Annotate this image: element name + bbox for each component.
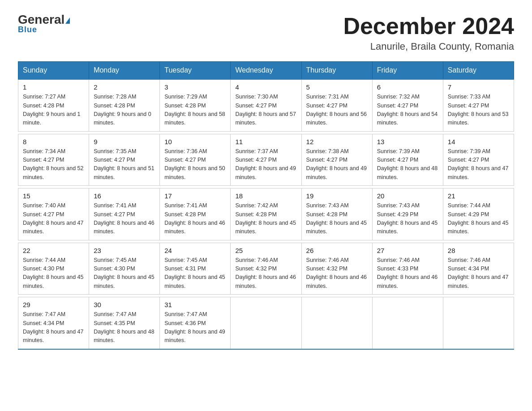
calendar-cell: 13 Sunrise: 7:39 AM Sunset: 4:27 PM Dayl… bbox=[372, 134, 443, 186]
day-number: 19 bbox=[306, 192, 368, 200]
day-number: 5 bbox=[306, 83, 368, 91]
day-info: Sunrise: 7:42 AM Sunset: 4:28 PM Dayligh… bbox=[235, 201, 296, 236]
logo-text: General bbox=[18, 13, 70, 26]
calendar-cell: 7 Sunrise: 7:33 AM Sunset: 4:27 PM Dayli… bbox=[443, 79, 514, 131]
calendar-cell bbox=[231, 297, 301, 349]
day-number: 10 bbox=[164, 138, 226, 146]
calendar-cell: 23 Sunrise: 7:45 AM Sunset: 4:30 PM Dayl… bbox=[89, 243, 160, 295]
calendar-cell: 12 Sunrise: 7:38 AM Sunset: 4:27 PM Dayl… bbox=[301, 134, 372, 186]
col-friday: Friday bbox=[372, 62, 443, 80]
calendar-cell: 27 Sunrise: 7:46 AM Sunset: 4:33 PM Dayl… bbox=[372, 243, 443, 295]
day-number: 4 bbox=[235, 83, 296, 91]
day-info: Sunrise: 7:36 AM Sunset: 4:27 PM Dayligh… bbox=[164, 147, 226, 182]
day-info: Sunrise: 7:37 AM Sunset: 4:27 PM Dayligh… bbox=[235, 147, 296, 182]
day-number: 3 bbox=[164, 83, 226, 91]
day-number: 26 bbox=[306, 247, 368, 254]
day-info: Sunrise: 7:45 AM Sunset: 4:30 PM Dayligh… bbox=[94, 256, 155, 291]
day-number: 11 bbox=[235, 138, 296, 146]
calendar-cell: 5 Sunrise: 7:31 AM Sunset: 4:27 PM Dayli… bbox=[301, 79, 372, 131]
title-area: December 2024 Lanurile, Braila County, R… bbox=[343, 13, 514, 52]
col-sunday: Sunday bbox=[18, 62, 89, 80]
week-row-3: 15 Sunrise: 7:40 AM Sunset: 4:27 PM Dayl… bbox=[18, 188, 514, 240]
day-info: Sunrise: 7:31 AM Sunset: 4:27 PM Dayligh… bbox=[306, 93, 368, 128]
day-number: 28 bbox=[448, 247, 509, 254]
day-info: Sunrise: 7:39 AM Sunset: 4:27 PM Dayligh… bbox=[377, 147, 438, 182]
day-number: 9 bbox=[94, 138, 155, 146]
col-tuesday: Tuesday bbox=[160, 62, 231, 80]
day-info: Sunrise: 7:32 AM Sunset: 4:27 PM Dayligh… bbox=[377, 93, 438, 128]
calendar-cell: 30 Sunrise: 7:47 AM Sunset: 4:35 PM Dayl… bbox=[89, 297, 160, 349]
calendar-cell: 16 Sunrise: 7:41 AM Sunset: 4:27 PM Dayl… bbox=[89, 188, 160, 240]
day-number: 27 bbox=[377, 247, 438, 254]
calendar-cell: 9 Sunrise: 7:35 AM Sunset: 4:27 PM Dayli… bbox=[89, 134, 160, 186]
calendar-cell: 6 Sunrise: 7:32 AM Sunset: 4:27 PM Dayli… bbox=[372, 79, 443, 131]
day-info: Sunrise: 7:40 AM Sunset: 4:27 PM Dayligh… bbox=[23, 201, 84, 236]
day-info: Sunrise: 7:46 AM Sunset: 4:33 PM Dayligh… bbox=[377, 256, 438, 291]
logo: General Blue bbox=[18, 13, 70, 34]
calendar-cell: 25 Sunrise: 7:46 AM Sunset: 4:32 PM Dayl… bbox=[231, 243, 301, 295]
week-row-4: 22 Sunrise: 7:44 AM Sunset: 4:30 PM Dayl… bbox=[18, 243, 514, 295]
calendar-cell: 1 Sunrise: 7:27 AM Sunset: 4:28 PM Dayli… bbox=[18, 79, 89, 131]
day-info: Sunrise: 7:34 AM Sunset: 4:27 PM Dayligh… bbox=[23, 147, 84, 182]
week-row-1: 1 Sunrise: 7:27 AM Sunset: 4:28 PM Dayli… bbox=[18, 79, 514, 131]
calendar-cell: 29 Sunrise: 7:47 AM Sunset: 4:34 PM Dayl… bbox=[18, 297, 89, 349]
day-info: Sunrise: 7:35 AM Sunset: 4:27 PM Dayligh… bbox=[94, 147, 155, 182]
day-info: Sunrise: 7:38 AM Sunset: 4:27 PM Dayligh… bbox=[306, 147, 368, 182]
day-info: Sunrise: 7:43 AM Sunset: 4:28 PM Dayligh… bbox=[306, 201, 368, 236]
calendar-header-row: Sunday Monday Tuesday Wednesday Thursday… bbox=[18, 62, 514, 80]
calendar-cell: 3 Sunrise: 7:29 AM Sunset: 4:28 PM Dayli… bbox=[160, 79, 231, 131]
day-number: 31 bbox=[164, 301, 226, 308]
day-number: 14 bbox=[448, 138, 509, 146]
day-info: Sunrise: 7:46 AM Sunset: 4:34 PM Dayligh… bbox=[448, 256, 509, 291]
calendar-cell: 18 Sunrise: 7:42 AM Sunset: 4:28 PM Dayl… bbox=[231, 188, 301, 240]
day-info: Sunrise: 7:44 AM Sunset: 4:29 PM Dayligh… bbox=[448, 201, 509, 236]
day-info: Sunrise: 7:46 AM Sunset: 4:32 PM Dayligh… bbox=[306, 256, 368, 291]
day-number: 2 bbox=[94, 83, 155, 91]
week-row-2: 8 Sunrise: 7:34 AM Sunset: 4:27 PM Dayli… bbox=[18, 134, 514, 186]
subtitle: Lanurile, Braila County, Romania bbox=[343, 41, 514, 52]
day-number: 13 bbox=[377, 138, 438, 146]
main-title: December 2024 bbox=[343, 13, 514, 39]
calendar-cell: 21 Sunrise: 7:44 AM Sunset: 4:29 PM Dayl… bbox=[443, 188, 514, 240]
day-number: 6 bbox=[377, 83, 438, 91]
calendar-cell: 4 Sunrise: 7:30 AM Sunset: 4:27 PM Dayli… bbox=[231, 79, 301, 131]
day-info: Sunrise: 7:47 AM Sunset: 4:34 PM Dayligh… bbox=[23, 310, 84, 345]
day-number: 20 bbox=[377, 192, 438, 200]
day-number: 1 bbox=[23, 83, 84, 91]
logo-blue: Blue bbox=[18, 25, 37, 34]
day-number: 21 bbox=[448, 192, 509, 200]
day-number: 12 bbox=[306, 138, 368, 146]
day-number: 16 bbox=[94, 192, 155, 200]
calendar-cell: 10 Sunrise: 7:36 AM Sunset: 4:27 PM Dayl… bbox=[160, 134, 231, 186]
calendar-cell: 2 Sunrise: 7:28 AM Sunset: 4:28 PM Dayli… bbox=[89, 79, 160, 131]
calendar-cell: 14 Sunrise: 7:39 AM Sunset: 4:27 PM Dayl… bbox=[443, 134, 514, 186]
day-number: 22 bbox=[23, 247, 84, 254]
day-info: Sunrise: 7:30 AM Sunset: 4:27 PM Dayligh… bbox=[235, 93, 296, 128]
day-info: Sunrise: 7:29 AM Sunset: 4:28 PM Dayligh… bbox=[164, 93, 226, 128]
calendar-cell: 31 Sunrise: 7:47 AM Sunset: 4:36 PM Dayl… bbox=[160, 297, 231, 349]
day-info: Sunrise: 7:46 AM Sunset: 4:32 PM Dayligh… bbox=[235, 256, 296, 291]
logo-general: General bbox=[18, 13, 64, 26]
calendar-cell bbox=[443, 297, 514, 349]
calendar-cell bbox=[372, 297, 443, 349]
day-info: Sunrise: 7:41 AM Sunset: 4:27 PM Dayligh… bbox=[94, 201, 155, 236]
day-info: Sunrise: 7:28 AM Sunset: 4:28 PM Dayligh… bbox=[94, 93, 155, 128]
day-info: Sunrise: 7:44 AM Sunset: 4:30 PM Dayligh… bbox=[23, 256, 84, 291]
calendar-cell: 28 Sunrise: 7:46 AM Sunset: 4:34 PM Dayl… bbox=[443, 243, 514, 295]
calendar-cell: 24 Sunrise: 7:45 AM Sunset: 4:31 PM Dayl… bbox=[160, 243, 231, 295]
calendar-cell: 26 Sunrise: 7:46 AM Sunset: 4:32 PM Dayl… bbox=[301, 243, 372, 295]
day-info: Sunrise: 7:45 AM Sunset: 4:31 PM Dayligh… bbox=[164, 256, 226, 291]
calendar-cell: 19 Sunrise: 7:43 AM Sunset: 4:28 PM Dayl… bbox=[301, 188, 372, 240]
calendar-table: Sunday Monday Tuesday Wednesday Thursday… bbox=[18, 61, 514, 350]
col-saturday: Saturday bbox=[443, 62, 514, 80]
calendar-cell: 8 Sunrise: 7:34 AM Sunset: 4:27 PM Dayli… bbox=[18, 134, 89, 186]
day-info: Sunrise: 7:27 AM Sunset: 4:28 PM Dayligh… bbox=[23, 93, 84, 128]
day-number: 30 bbox=[94, 301, 155, 308]
day-number: 18 bbox=[235, 192, 296, 200]
day-number: 15 bbox=[23, 192, 84, 200]
col-thursday: Thursday bbox=[301, 62, 372, 80]
page-header: General Blue December 2024 Lanurile, Bra… bbox=[18, 13, 514, 52]
day-number: 17 bbox=[164, 192, 226, 200]
calendar-cell: 22 Sunrise: 7:44 AM Sunset: 4:30 PM Dayl… bbox=[18, 243, 89, 295]
calendar-cell: 11 Sunrise: 7:37 AM Sunset: 4:27 PM Dayl… bbox=[231, 134, 301, 186]
